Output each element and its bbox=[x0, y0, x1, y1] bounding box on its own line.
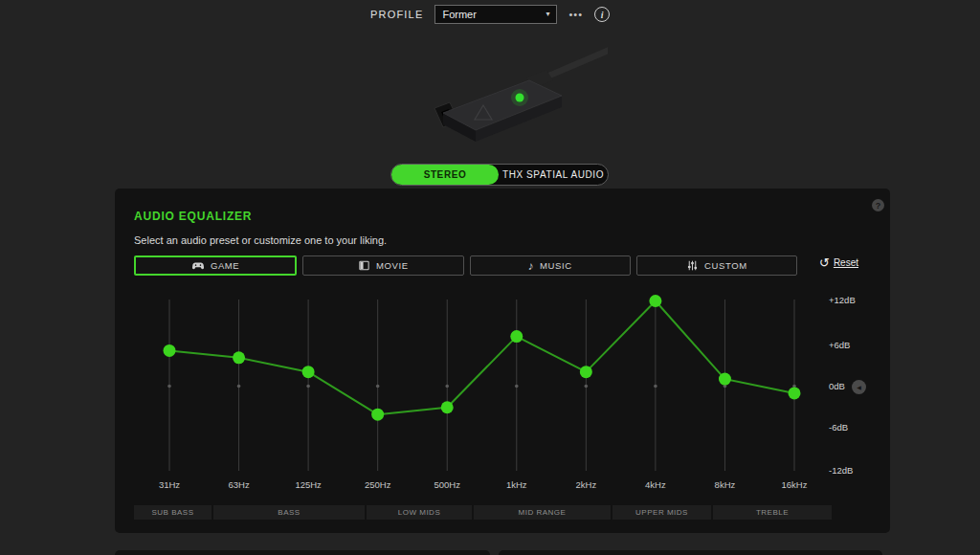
x-axis-label: 16kHz bbox=[782, 479, 808, 490]
profile-dropdown[interactable]: Former ▾ bbox=[434, 5, 557, 24]
x-axis-label: 31Hz bbox=[159, 479, 180, 490]
eq-point-1kHz[interactable] bbox=[510, 330, 523, 343]
eq-point-63Hz[interactable] bbox=[233, 351, 245, 364]
mode-option-stereo[interactable]: STEREO bbox=[391, 165, 499, 185]
help-icon[interactable]: ? bbox=[872, 199, 884, 211]
eq-zero-marker bbox=[445, 385, 449, 388]
music-note-icon: ♪ bbox=[528, 260, 535, 272]
band-row: SUB BASS BASS LOW MIDS MID RANGE UPPER M… bbox=[134, 505, 832, 520]
chevron-down-icon: ▾ bbox=[546, 11, 549, 18]
eq-zero-marker bbox=[585, 385, 589, 388]
eq-zero-marker bbox=[306, 385, 310, 388]
y-axis-tick: +6dB bbox=[829, 340, 877, 351]
preset-button-game[interactable]: GAME bbox=[134, 255, 297, 276]
mode-option-thx-spatial-audio[interactable]: THX SPATIAL AUDIO bbox=[499, 165, 608, 185]
band-upper-mids[interactable]: UPPER MIDS bbox=[612, 505, 711, 520]
eq-zero-marker bbox=[237, 385, 241, 388]
reset-button[interactable]: ↺ Reset bbox=[819, 256, 858, 269]
eq-point-31Hz[interactable] bbox=[164, 344, 176, 357]
y-axis-tick: -12dB bbox=[829, 465, 877, 477]
band-treble[interactable]: TREBLE bbox=[713, 505, 832, 520]
x-axis-label: 63Hz bbox=[228, 479, 249, 490]
preset-button-custom[interactable]: CUSTOM bbox=[636, 255, 797, 276]
eq-point-2kHz[interactable] bbox=[580, 366, 592, 378]
y-axis-tick: +12dB bbox=[829, 295, 877, 306]
eq-point-16kHz[interactable] bbox=[789, 387, 801, 399]
eq-point-125Hz[interactable] bbox=[302, 366, 315, 378]
left-arrow-icon: ◀ bbox=[857, 384, 861, 390]
eq-curve bbox=[169, 301, 794, 415]
eq-point-500Hz[interactable] bbox=[441, 401, 454, 413]
profile-dropdown-value: Former bbox=[442, 9, 476, 20]
device-image bbox=[407, 44, 608, 145]
x-axis-label: 250Hz bbox=[365, 479, 391, 490]
reset-label: Reset bbox=[834, 257, 858, 268]
next-panel-preview-right bbox=[499, 550, 882, 555]
preset-label: CUSTOM bbox=[704, 260, 747, 271]
preset-label: MOVIE bbox=[376, 260, 409, 271]
eq-zero-marker bbox=[167, 385, 171, 388]
eq-zero-marker bbox=[376, 385, 380, 388]
x-axis-label: 500Hz bbox=[434, 479, 460, 490]
collapse-arrow-button[interactable]: ◀ bbox=[852, 380, 866, 394]
band-low-mids[interactable]: LOW MIDS bbox=[367, 505, 472, 520]
preset-button-music[interactable]: ♪ MUSIC bbox=[470, 255, 631, 276]
band-mid-range[interactable]: MID RANGE bbox=[474, 505, 611, 520]
eq-zero-marker bbox=[515, 385, 519, 388]
razer-audio-app-screen: PROFILE Former ▾ ••• i STEREO THX SPATIA… bbox=[0, 0, 980, 555]
preset-label: GAME bbox=[211, 260, 239, 271]
preset-row: GAME MOVIE ♪ MUSIC bbox=[134, 255, 797, 276]
profile-bar: PROFILE Former ▾ ••• i bbox=[0, 4, 980, 25]
y-axis-tick: -6dB bbox=[829, 422, 877, 433]
more-options-button[interactable]: ••• bbox=[568, 9, 583, 20]
equalizer-chart: 31Hz63Hz125Hz250Hz500Hz1kHz2kHz4kHz8kHz1… bbox=[115, 281, 890, 498]
info-icon[interactable]: i bbox=[594, 7, 610, 22]
reset-icon: ↺ bbox=[819, 256, 830, 269]
gamepad-icon bbox=[191, 259, 205, 272]
equalizer-title: AUDIO EQUALIZER bbox=[134, 210, 252, 223]
sliders-icon bbox=[686, 259, 699, 272]
equalizer-subtitle: Select an audio preset or customize one … bbox=[134, 234, 387, 246]
movie-icon bbox=[358, 259, 370, 272]
preset-button-movie[interactable]: MOVIE bbox=[302, 255, 463, 276]
eq-point-4kHz[interactable] bbox=[649, 295, 661, 307]
x-axis-label: 8kHz bbox=[715, 479, 736, 490]
x-axis-label: 4kHz bbox=[645, 479, 666, 490]
eq-zero-marker bbox=[654, 385, 657, 388]
band-bass[interactable]: BASS bbox=[213, 505, 365, 520]
x-axis-label: 2kHz bbox=[576, 479, 597, 490]
x-axis-label: 125Hz bbox=[295, 479, 322, 490]
profile-label: PROFILE bbox=[370, 9, 423, 20]
preset-label: MUSIC bbox=[540, 260, 572, 271]
band-sub-bass[interactable]: SUB BASS bbox=[134, 505, 212, 520]
eq-point-8kHz[interactable] bbox=[719, 373, 731, 386]
output-mode-toggle: STEREO THX SPATIAL AUDIO bbox=[390, 164, 609, 186]
next-panel-preview-left bbox=[115, 550, 490, 555]
audio-equalizer-panel: AUDIO EQUALIZER Select an audio preset o… bbox=[115, 189, 890, 533]
device-led bbox=[516, 94, 524, 102]
eq-point-250Hz[interactable] bbox=[371, 409, 384, 421]
x-axis-label: 1kHz bbox=[506, 479, 527, 490]
